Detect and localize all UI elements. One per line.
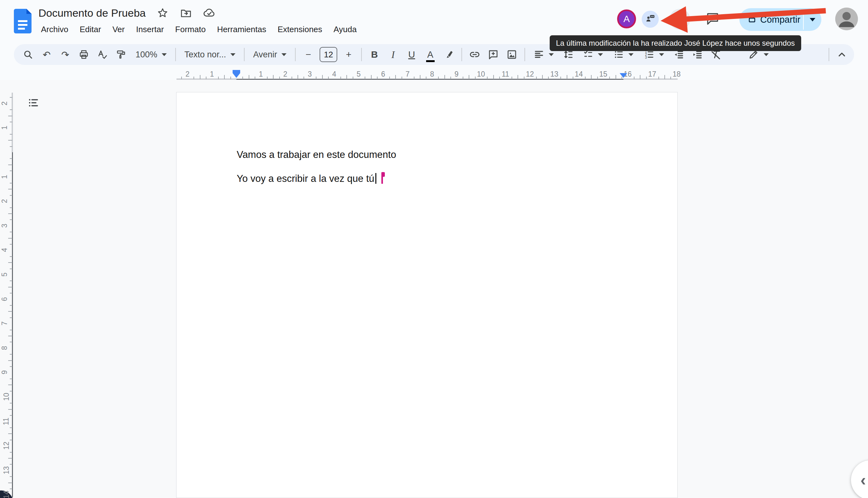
right-indent-marker[interactable] [620,73,627,78]
share-button[interactable]: Compartir [739,14,803,25]
chat-button[interactable] [642,11,659,28]
ruler-tick [646,77,647,79]
ruler-tick [591,75,592,79]
hide-menus-button[interactable] [834,47,849,62]
collaborator-cursor [381,173,383,184]
ruler-tick [273,75,274,79]
redo-icon: ↷ [61,49,69,60]
ruler-tick [10,256,12,257]
last-edit-tooltip: La última modificación la ha realizado J… [550,35,801,51]
ruler-margin-line [623,78,678,80]
cloud-saved-icon[interactable] [203,6,215,19]
insert-link-button[interactable] [468,47,482,62]
ruler-number: 8 [0,346,9,350]
ruler-text-line [236,79,623,80]
document-title[interactable]: Documento de Prueba [38,7,146,19]
horizontal-ruler[interactable]: 21123456789101112131415161718 [0,70,868,80]
ruler-number: 13 [550,70,558,78]
left-indent-marker[interactable] [233,70,240,78]
add-comment-button[interactable] [486,47,500,62]
menu-archivo[interactable]: Archivo [37,23,73,36]
paragraph-text[interactable]: Vamos a trabajar en este documento [237,149,396,160]
insert-image-button[interactable] [504,47,519,62]
ruler-tick [231,77,231,79]
font-value: Avenir [253,50,277,60]
menu-ayuda[interactable]: Ayuda [329,23,361,36]
font-size-input[interactable]: 12 [319,47,337,62]
ruler-tick [10,452,12,453]
link-icon [469,49,480,60]
plus-icon: + [346,49,352,60]
ruler-tick [402,77,402,79]
version-history-button[interactable] [669,9,690,30]
star-icon[interactable] [156,6,169,19]
italic-button[interactable]: I [386,47,400,62]
menu-editar[interactable]: Editar [75,23,106,36]
paragraph-text[interactable]: Yo voy a escribir a la vez que tú [237,173,374,184]
right-indent-triangle [620,73,627,78]
undo-button[interactable]: ↶ [39,47,54,62]
ruler-tick [10,171,12,171]
open-comments-button[interactable] [705,11,721,27]
font-select[interactable]: Avenir [250,47,290,62]
ruler-tick [8,483,12,483]
ruler-number: 10 [2,393,11,401]
ruler-number: 7 [0,322,9,326]
move-folder-icon[interactable] [180,6,192,19]
underline-button[interactable]: U [404,47,419,62]
first-line-indent-marker[interactable] [233,70,240,73]
ruler-tick [224,75,225,79]
ruler-tick [8,189,12,189]
document-page[interactable]: Vamos a trabajar en este documento Yo vo… [176,92,678,498]
italic-icon: I [392,49,395,61]
print-button[interactable] [77,47,91,62]
ruler-tick [353,77,353,79]
document-body[interactable]: Vamos a trabajar en este documento Yo vo… [237,148,396,196]
ruler-text-line [12,152,13,497]
increase-font-size-button[interactable]: + [341,47,356,62]
collaborator-avatar[interactable]: A [617,10,636,28]
ruler-tick [444,75,445,79]
ruler-tick [10,317,12,318]
ruler-number: 9 [455,70,459,78]
ruler-number: 9 [0,370,9,375]
highlighter-icon [444,49,454,60]
decrease-font-size-button[interactable]: − [301,47,315,62]
toolbar-divider [524,48,525,61]
menu-ver[interactable]: Ver [108,23,129,36]
comment-icon [706,12,720,27]
chevron-down-icon [659,53,664,56]
share-dropdown-button[interactable] [804,18,821,22]
google-docs-logo-icon[interactable] [14,9,31,34]
bold-button[interactable]: B [367,47,382,62]
ruler-number: 14 [575,70,583,78]
chevron-down-icon [162,53,167,56]
menu-formato[interactable]: Formato [171,23,210,36]
ruler-margin-line [176,78,236,80]
document-outline-button[interactable] [25,94,42,111]
account-avatar[interactable] [835,8,858,30]
chevron-down-icon [281,53,287,56]
ruler-number: 13 [2,466,11,474]
redo-button[interactable]: ↷ [58,47,73,62]
highlight-color-button[interactable] [442,47,456,62]
spelling-check-button[interactable] [95,47,110,62]
zoom-select[interactable]: 100% [132,47,170,62]
vertical-ruler[interactable]: 211234567891011121314 [2,81,13,498]
paragraph-style-select[interactable]: Texto nor... [181,47,239,62]
ruler-tick [8,238,12,239]
menu-insertar[interactable]: Insertar [132,23,168,36]
toolbar-divider [829,48,829,61]
ruler-number: 18 [673,70,681,78]
ruler-tick [10,440,12,440]
menu-herramientas[interactable]: Herramientas [213,23,271,36]
paint-format-button[interactable] [114,47,128,62]
chevron-left-icon: ‹ [860,471,866,489]
text-color-button[interactable]: A [423,47,437,62]
menu-extensiones[interactable]: Extensiones [273,23,327,36]
ruler-tick [616,75,616,79]
collapse-side-panel-button[interactable]: ‹ [851,460,868,498]
search-menus-button[interactable] [21,47,35,62]
version-history-icon [673,12,686,26]
chevron-down-icon [764,53,769,56]
